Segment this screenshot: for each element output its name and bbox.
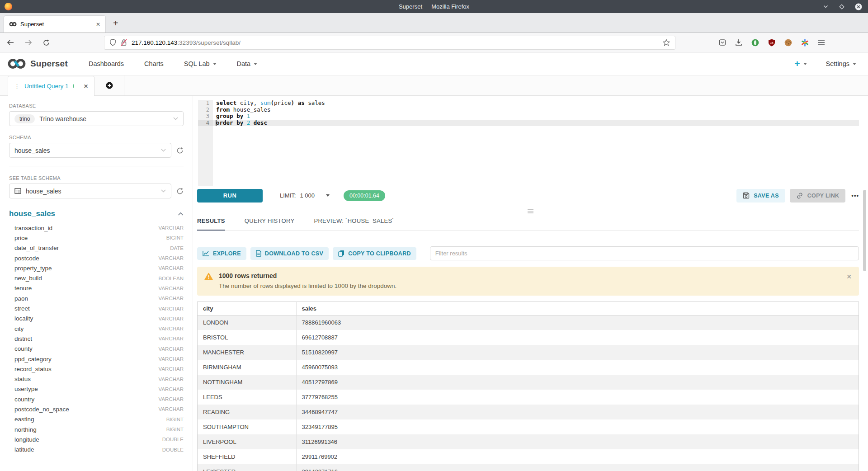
plus-circle-icon (105, 81, 113, 89)
extension-cookie-icon[interactable] (784, 39, 792, 47)
tab-results[interactable]: RESULTS (197, 217, 225, 231)
nav-item-charts[interactable]: Charts (144, 60, 164, 67)
see-table-schema-label: SEE TABLE SCHEMA (9, 175, 184, 181)
schema-column-row: transaction_idVARCHAR (9, 223, 184, 233)
code-line[interactable]: from house_sales (213, 107, 859, 113)
editor-code[interactable]: select city, sum(price) as salesfrom hou… (213, 100, 859, 186)
table-row: LEICESTER29142071716 (198, 464, 859, 471)
browser-tabstrip: Superset ✕ + (0, 13, 868, 33)
copy-link-button[interactable]: COPY LINK (790, 189, 846, 203)
filter-results-input[interactable] (430, 246, 859, 260)
table-cell: BIRMINGHAM (198, 360, 296, 375)
extension-ublock-icon[interactable]: uB (768, 39, 775, 47)
superset-brand[interactable]: Superset (7, 58, 68, 70)
column-name: status (14, 376, 159, 382)
table-row: BRISTOL69612708887 (198, 330, 859, 345)
table-cell: LONDON (198, 315, 296, 330)
table-cell: LEICESTER (198, 464, 296, 471)
kebab-menu-icon[interactable]: ⋮ (14, 83, 20, 89)
new-item-button[interactable]: + (794, 58, 807, 69)
browser-tab-title: Superset (20, 21, 96, 28)
back-icon[interactable] (7, 39, 14, 46)
editor-toolbar: RUN LIMIT: 1 000 00:00:01.64 SAVE AS COP… (193, 186, 868, 205)
superset-navbar: Superset Dashboards Charts SQL Lab Data … (0, 52, 868, 75)
code-line[interactable]: order by 2 desc (213, 120, 859, 127)
nav-item-data[interactable]: Data (237, 60, 258, 67)
extension-consent-icon[interactable] (801, 39, 809, 47)
schema-column-row: cityVARCHAR (9, 324, 184, 334)
refresh-schema-icon[interactable] (176, 147, 184, 154)
refresh-tables-icon[interactable] (176, 188, 184, 195)
divider (9, 166, 184, 166)
schema-select[interactable]: house_sales (9, 143, 171, 158)
column-name: city (14, 325, 159, 332)
alert-title: 1000 rows returned (219, 272, 846, 279)
database-name: Trino warehouse (39, 115, 169, 122)
new-tab-button[interactable]: + (113, 18, 118, 28)
schema-value: house_sales (14, 147, 156, 154)
results-table: city sales LONDON788861960063BRISTOL6961… (198, 302, 859, 471)
window-minimize-icon[interactable] (823, 4, 829, 9)
broken-lock-icon[interactable] (121, 39, 127, 46)
pocket-icon[interactable] (719, 39, 726, 46)
window-close-icon[interactable] (855, 3, 862, 10)
table-row: NOTTINGHAM40512797869 (198, 375, 859, 390)
hamburger-menu-icon[interactable] (818, 39, 825, 46)
code-line[interactable]: select city, sum(price) as sales (213, 100, 859, 107)
url-bar[interactable]: 217.160.120.143:32393/superset/sqllab/ (104, 36, 675, 50)
forward-icon[interactable] (25, 39, 32, 46)
explore-button[interactable]: EXPLORE (197, 247, 246, 260)
column-name: postcode (14, 255, 159, 262)
code-line[interactable]: group by 1 (213, 113, 859, 120)
query-tab-strip: ⋮ Untitled Query 1 ✕ (0, 75, 868, 96)
sql-editor[interactable]: 1234 select city, sum(price) as salesfro… (193, 96, 868, 186)
browser-tab[interactable]: Superset ✕ (4, 16, 105, 33)
tab-preview-house-sales[interactable]: PREVIEW: `HOUSE_SALES` (314, 217, 394, 230)
query-tab[interactable]: ⋮ Untitled Query 1 ✕ (8, 76, 94, 96)
collapse-table-icon[interactable] (178, 212, 184, 216)
bookmark-star-icon[interactable] (663, 39, 670, 46)
save-as-button[interactable]: SAVE AS (736, 189, 785, 203)
schema-column-row: new_buildBOOLEAN (9, 273, 184, 283)
table-cell: SHEFFIELD (198, 449, 296, 464)
pane-resize-handle[interactable] (193, 205, 868, 217)
column-header-city[interactable]: city (198, 302, 296, 315)
database-select[interactable]: trino Trino warehouse (9, 111, 184, 126)
download-icon[interactable] (735, 39, 742, 46)
table-section-title[interactable]: house_sales (9, 209, 178, 218)
column-type: VARCHAR (159, 286, 184, 291)
nav-item-dashboards[interactable]: Dashboards (89, 60, 124, 67)
url-text: 217.160.120.143:32393/superset/sqllab/ (132, 39, 241, 46)
page-scrollbar[interactable] (863, 190, 866, 271)
more-actions-button[interactable]: ••• (851, 192, 859, 199)
column-header-sales[interactable]: sales (296, 302, 859, 315)
column-name: usertype (14, 386, 159, 392)
table-cell: 45960075093 (296, 360, 859, 375)
table-cell: MANCHESTER (198, 345, 296, 360)
rows-returned-alert: 1000 rows returned The number of rows di… (197, 267, 859, 296)
sqllab-sidebar: DATABASE trino Trino warehouse SCHEMA ho… (0, 96, 193, 471)
reload-icon[interactable] (43, 39, 50, 46)
tracking-shield-icon[interactable] (109, 39, 116, 46)
tab-close-icon[interactable]: ✕ (96, 21, 100, 28)
table-cell: 34468947747 (296, 405, 859, 419)
new-query-tab-button[interactable] (94, 75, 124, 95)
column-type: VARCHAR (159, 265, 184, 271)
table-icon (14, 188, 21, 194)
alert-close-icon[interactable]: ✕ (846, 273, 852, 289)
download-csv-button[interactable]: DOWNLOAD TO CSV (250, 247, 329, 260)
window-maximize-icon[interactable] (839, 4, 845, 10)
settings-menu[interactable]: Settings (826, 60, 856, 67)
table-select[interactable]: house_sales (9, 184, 171, 198)
column-list: transaction_idVARCHARpriceBIGINTdate_of_… (9, 223, 184, 455)
table-cell: 788861960063 (296, 315, 859, 330)
nav-item-sql-lab[interactable]: SQL Lab (184, 60, 217, 67)
extension-privacy-icon[interactable] (751, 39, 759, 47)
query-tab-close-icon[interactable]: ✕ (84, 83, 88, 89)
limit-dropdown[interactable]: LIMIT: 1 000 (280, 192, 330, 199)
copy-to-clipboard-button[interactable]: COPY TO CLIPBOARD (333, 247, 416, 260)
run-button[interactable]: RUN (197, 189, 263, 203)
table-row: READING34468947747 (198, 405, 859, 419)
tab-query-history[interactable]: QUERY HISTORY (245, 217, 295, 230)
column-name: district (14, 335, 159, 342)
